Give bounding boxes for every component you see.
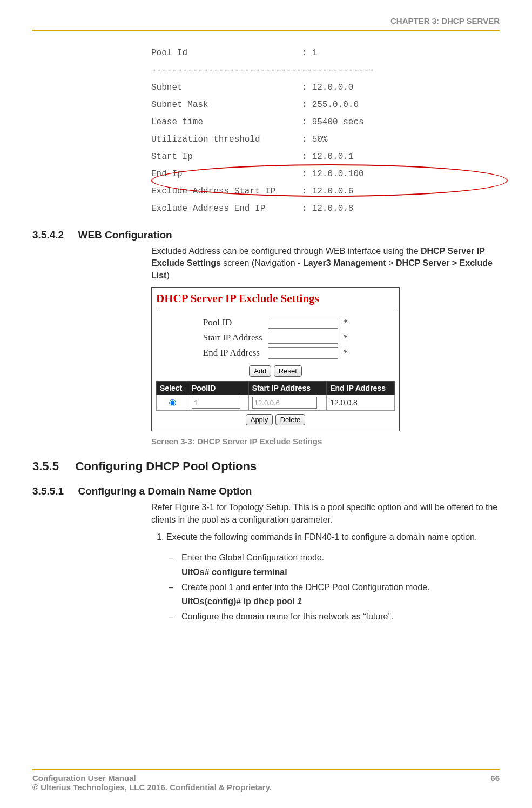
domain-name-paragraph: Refer Figure 3-1 for Topology Setup. Thi… bbox=[151, 502, 500, 526]
section-heading-3-5-5-1: 3.5.5.1 Configuring a Domain Name Option bbox=[32, 485, 500, 497]
substep-a: Enter the Global Configuration mode. bbox=[166, 552, 500, 564]
cli-line: ----------------------------------------… bbox=[151, 65, 374, 75]
cmd-prefix: UltOs(config)# ip dhcp pool bbox=[181, 597, 297, 606]
embedded-screenshot: DHCP Server IP Exclude Settings Pool ID … bbox=[151, 287, 400, 431]
text: Excluded Address can be configured throu… bbox=[151, 246, 421, 256]
section-title: Configuring a Domain Name Option bbox=[78, 485, 252, 497]
substep-c: Configure the domain name for this netwo… bbox=[166, 611, 500, 623]
col-end-ip: End IP Address bbox=[327, 382, 395, 395]
screenshot-title: DHCP Server IP Exclude Settings bbox=[156, 292, 395, 308]
start-ip-input[interactable] bbox=[268, 332, 338, 344]
cli-line: Subnet Mask : 255.0.0.0 bbox=[151, 100, 359, 110]
row-endip-cell: 12.0.0.8 bbox=[327, 395, 395, 411]
step-1: Execute the following commands in FDN40-… bbox=[166, 531, 500, 543]
col-start-ip: Start IP Address bbox=[248, 382, 326, 395]
cli-line: Lease time : 95400 secs bbox=[151, 117, 364, 127]
delete-button[interactable]: Delete bbox=[275, 414, 306, 425]
substep-b: Create pool 1 and enter into the DHCP Po… bbox=[166, 582, 500, 593]
cli-output-block: Pool Id : 1 ----------------------------… bbox=[151, 44, 500, 217]
command-a: UltOs# configure terminal bbox=[181, 567, 500, 577]
page-footer: Configuration User Manual 66 © Ulterius … bbox=[32, 769, 500, 792]
col-select: Select bbox=[157, 382, 188, 395]
section-number: 3.5.5.1 bbox=[32, 485, 64, 497]
reset-button[interactable]: Reset bbox=[274, 365, 302, 377]
highlight-ellipse bbox=[151, 164, 508, 197]
pool-id-label: Pool ID bbox=[201, 316, 265, 330]
text: screen (Navigation - bbox=[221, 258, 303, 268]
section-heading-3-5-4-2: 3.5.4.2 WEB Configuration bbox=[32, 229, 500, 241]
cli-line: Utilization threshold : 50% bbox=[151, 135, 327, 144]
required-asterisk: * bbox=[341, 331, 351, 345]
row-poolid-input[interactable] bbox=[192, 397, 240, 409]
exclude-list-table: Select PoolID Start IP Address End IP Ad… bbox=[156, 381, 395, 411]
screenshot-caption: Screen 3-3: DHCP Server IP Exclude Setin… bbox=[151, 437, 500, 446]
cli-line: Start Ip : 12.0.0.1 bbox=[151, 152, 353, 162]
col-poolid: PoolID bbox=[188, 382, 248, 395]
end-ip-input[interactable] bbox=[268, 347, 338, 359]
add-button[interactable]: Add bbox=[249, 365, 271, 377]
start-ip-label: Start IP Address bbox=[201, 331, 265, 345]
row-select-radio[interactable] bbox=[169, 399, 176, 406]
cmd-arg: 1 bbox=[297, 597, 302, 606]
steps-list: Execute the following commands in FDN40-… bbox=[151, 531, 500, 543]
section-title: Configuring DHCP Pool Options bbox=[76, 459, 257, 473]
row-startip-input[interactable] bbox=[252, 397, 317, 409]
section-number: 3.5.4.2 bbox=[32, 229, 64, 241]
text: ) bbox=[166, 271, 169, 280]
command-b: UltOs(config)# ip dhcp pool 1 bbox=[181, 597, 500, 606]
section-heading-3-5-5: 3.5.5 Configuring DHCP Pool Options bbox=[32, 459, 500, 473]
bold-text: Layer3 Management bbox=[303, 258, 386, 268]
web-config-paragraph: Excluded Address can be configured throu… bbox=[151, 245, 500, 282]
apply-button[interactable]: Apply bbox=[246, 414, 273, 425]
page-header-chapter: CHAPTER 3: DHCP SERVER bbox=[32, 16, 500, 31]
end-ip-label: End IP Address bbox=[201, 346, 265, 360]
text: > bbox=[386, 258, 396, 268]
pool-id-input[interactable] bbox=[268, 317, 338, 329]
footer-page-number: 66 bbox=[490, 773, 500, 783]
required-asterisk: * bbox=[341, 346, 351, 360]
required-asterisk: * bbox=[341, 316, 351, 330]
cli-line: Pool Id : 1 bbox=[151, 48, 317, 58]
cli-line: Exclude Address End IP : 12.0.0.8 bbox=[151, 204, 353, 213]
section-number: 3.5.5 bbox=[32, 459, 59, 473]
form-table: Pool ID * Start IP Address * End IP Addr… bbox=[200, 315, 351, 361]
section-title: WEB Configuration bbox=[78, 229, 172, 241]
footer-manual-title: Configuration User Manual bbox=[32, 773, 136, 783]
table-row: 12.0.0.8 bbox=[157, 395, 395, 411]
cli-line: Subnet : 12.0.0.0 bbox=[151, 83, 353, 92]
footer-copyright: © Ulterius Technologies, LLC 2016. Confi… bbox=[32, 783, 500, 792]
